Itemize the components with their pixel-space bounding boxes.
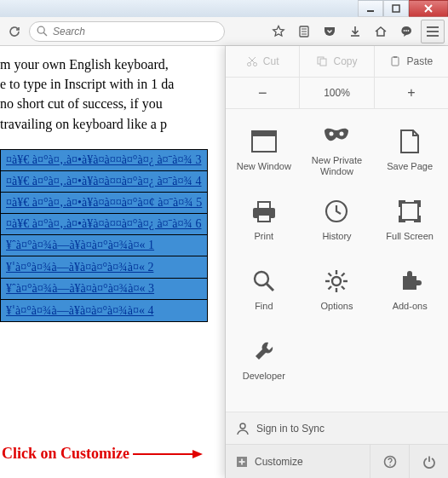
- scissors-icon: [246, 55, 258, 67]
- window-maximize-button[interactable]: [383, 0, 409, 17]
- window-titlebar: [0, 0, 448, 17]
- menu-grid: New Window New Private Window Save Page …: [226, 109, 448, 395]
- svg-rect-35: [401, 203, 418, 220]
- svg-point-13: [408, 30, 410, 32]
- svg-rect-25: [392, 57, 399, 66]
- chat-button[interactable]: [395, 20, 417, 43]
- reload-button[interactable]: [3, 20, 26, 43]
- svg-line-43: [329, 273, 332, 276]
- svg-point-11: [404, 30, 405, 32]
- gear-icon: [322, 267, 351, 296]
- copy-label: Copy: [333, 55, 357, 67]
- table-row[interactable]: ¥ˈà¤°à¤¾à—à¥à¤à¤°à¤¾à¤« 2: [1, 256, 208, 278]
- fullscreen-icon: [395, 197, 424, 226]
- sync-label: Sign in to Sync: [256, 423, 325, 435]
- edit-row: Cut Copy Paste: [226, 46, 448, 78]
- search-input[interactable]: [53, 26, 217, 37]
- menu-footer: Customize: [226, 444, 448, 478]
- bookmark-star-button[interactable]: [267, 20, 290, 43]
- search-icon: [37, 26, 48, 37]
- svg-point-12: [405, 30, 407, 32]
- window-icon: [250, 127, 279, 156]
- library-button[interactable]: [293, 20, 315, 43]
- copy-button: Copy: [299, 46, 373, 77]
- svg-rect-28: [252, 131, 276, 136]
- zoom-level[interactable]: 100%: [299, 78, 373, 108]
- table-row[interactable]: ¥ˈà¤°à¤¾à—à¥à¤à¤°à¤¾à¤« 4: [1, 299, 208, 321]
- history-button[interactable]: History: [301, 184, 374, 254]
- table-row[interactable]: ¤à¥€ à¤°à¤‚.à¤•à¥à¤à¤¤à¤°à¤¿ à¤ˉà¤¾ 3: [1, 149, 208, 170]
- sign-in-sync-button[interactable]: Sign in to Sync: [226, 412, 448, 444]
- table-row[interactable]: ¥ˆà¤°à¤¾à—à¥à¤à¤°à¤¾à¤« 1: [1, 234, 208, 256]
- svg-point-47: [240, 423, 245, 429]
- svg-line-22: [250, 57, 256, 63]
- search-box[interactable]: [29, 21, 225, 42]
- plus-box-icon: [236, 456, 248, 468]
- customize-label: Customize: [255, 456, 303, 468]
- mask-icon: [322, 121, 351, 150]
- svg-line-5: [43, 32, 47, 36]
- magnifier-icon: [250, 267, 279, 296]
- power-icon: [422, 455, 436, 469]
- window-minimize-button[interactable]: [358, 0, 383, 17]
- addons-button[interactable]: Add-ons: [373, 254, 446, 324]
- options-button[interactable]: Options: [301, 254, 374, 324]
- table-row[interactable]: ¤à¥€ à¤°à¤‚.à¤•à¥à¤à¤¤à¤°à¤¢ à¤ˉà¤¾ 5: [1, 192, 208, 213]
- svg-point-38: [332, 277, 341, 285]
- content-table: ¤à¥€ à¤°à¤‚.à¤•à¥à¤à¤¤à¤°à¤¿ à¤ˉà¤¾ 3 ¤à…: [0, 149, 208, 322]
- svg-point-20: [253, 63, 256, 66]
- svg-rect-24: [320, 59, 326, 66]
- svg-marker-18: [192, 450, 203, 458]
- pocket-button[interactable]: [319, 20, 341, 43]
- svg-rect-26: [393, 56, 397, 58]
- help-icon: [383, 455, 397, 469]
- zoom-in-button[interactable]: +: [374, 78, 448, 108]
- zoom-row: − 100% +: [226, 78, 448, 109]
- customize-button[interactable]: Customize: [226, 445, 370, 478]
- table-row[interactable]: ¤à¥€ à¤°à¤‚.à¤•à¥à¤à¤¤à¤°à¤¿ à¤ˉà¤¾ 4: [1, 170, 208, 192]
- annotation-text: Click on Customize: [2, 445, 129, 463]
- svg-rect-32: [258, 202, 270, 209]
- svg-line-21: [249, 57, 255, 63]
- new-private-window-button[interactable]: New Private Window: [301, 114, 374, 184]
- cut-label: Cut: [263, 55, 279, 67]
- svg-line-45: [342, 273, 345, 276]
- clock-icon: [322, 197, 351, 226]
- svg-line-44: [342, 286, 345, 290]
- svg-point-19: [247, 63, 250, 66]
- home-button[interactable]: [370, 20, 392, 43]
- svg-rect-1: [393, 5, 399, 12]
- full-screen-button[interactable]: Full Screen: [373, 184, 446, 254]
- svg-point-52: [389, 464, 391, 466]
- print-button[interactable]: Print: [227, 184, 301, 254]
- svg-point-29: [330, 132, 334, 136]
- table-row[interactable]: ¥ˆà¤°à¤¾à—à¥à¤à¤°à¤¾à¤« 3: [1, 278, 208, 299]
- wrench-icon: [250, 337, 279, 366]
- hamburger-icon: [427, 26, 439, 37]
- hamburger-menu-panel: Cut Copy Paste − 100% + New Window New P…: [225, 46, 448, 478]
- developer-button[interactable]: Developer: [227, 324, 301, 394]
- window-close-button[interactable]: [409, 0, 448, 17]
- downloads-button[interactable]: [344, 20, 366, 43]
- save-page-button[interactable]: Save Page: [373, 114, 446, 184]
- sync-user-icon: [236, 422, 250, 435]
- menu-button[interactable]: [421, 20, 445, 43]
- svg-rect-33: [258, 215, 270, 222]
- svg-line-46: [329, 286, 332, 290]
- table-row[interactable]: ¤à¥€ à¤°à¤‚.à¤•à¥à¤à¤¤à¤°à¤¿ à¤ˉà¤¾ 6: [1, 213, 208, 234]
- quit-button[interactable]: [409, 445, 448, 478]
- browser-toolbar: [0, 17, 448, 46]
- svg-point-36: [255, 272, 268, 285]
- annotation: Click on Customize: [2, 445, 203, 463]
- puzzle-icon: [395, 267, 424, 296]
- paste-label: Paste: [406, 55, 433, 67]
- help-button[interactable]: [370, 445, 409, 478]
- body-text: m your own English keyboard, e to type i…: [0, 55, 226, 134]
- paste-button[interactable]: Paste: [374, 46, 448, 77]
- new-window-button[interactable]: New Window: [227, 114, 301, 184]
- find-button[interactable]: Find: [227, 254, 301, 324]
- annotation-arrow-icon: [133, 450, 203, 458]
- svg-point-4: [37, 26, 44, 33]
- paste-icon: [389, 55, 401, 67]
- zoom-out-button[interactable]: −: [226, 78, 299, 108]
